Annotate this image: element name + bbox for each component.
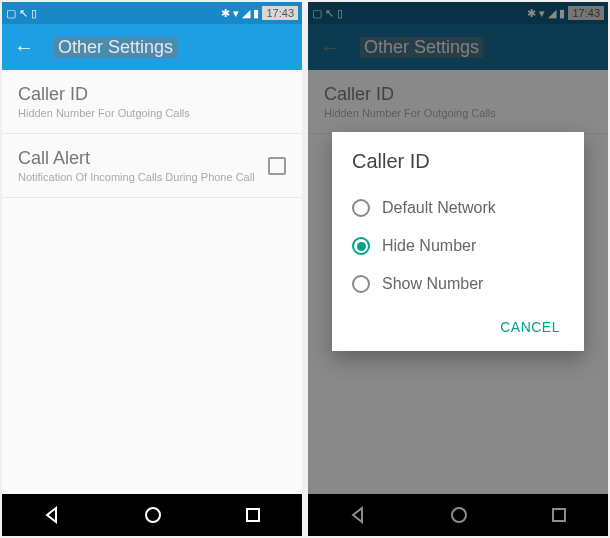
svg-point-0	[146, 508, 160, 522]
dialog-title: Caller ID	[352, 150, 564, 173]
wifi-icon: ▾	[233, 7, 239, 20]
settings-list: Caller ID Hidden Number For Outgoing Cal…	[2, 70, 302, 494]
radio-icon	[352, 237, 370, 255]
svg-rect-1	[247, 509, 259, 521]
caller-id-dialog: Caller ID Default Network Hide Number Sh…	[332, 132, 584, 351]
dialog-actions: CANCEL	[352, 303, 564, 341]
page-title: Other Settings	[54, 37, 177, 58]
radio-label: Show Number	[382, 275, 483, 293]
nav-recent-icon[interactable]	[244, 506, 262, 524]
app-bar: ← Other Settings	[2, 24, 302, 70]
nav-bar	[2, 494, 302, 536]
setting-title: Caller ID	[18, 84, 286, 105]
setting-subtitle: Hidden Number For Outgoing Calls	[18, 107, 286, 119]
checkbox[interactable]	[268, 157, 286, 175]
bluetooth-icon: ✱	[221, 7, 230, 20]
cancel-button[interactable]: CANCEL	[496, 313, 564, 341]
radio-icon	[352, 199, 370, 217]
setting-title: Call Alert	[18, 148, 268, 169]
nav-home-icon[interactable]	[143, 505, 163, 525]
status-bar: ▢ ↖ ▯ ✱ ▾ ◢ ▮ 17:43	[2, 2, 302, 24]
phone-screen-left: ▢ ↖ ▯ ✱ ▾ ◢ ▮ 17:43 ← Other Settings Cal…	[2, 2, 302, 536]
setting-subtitle: Notification Of Incoming Calls During Ph…	[18, 171, 268, 183]
setting-call-alert[interactable]: Call Alert Notification Of Incoming Call…	[2, 134, 302, 198]
radio-option-show[interactable]: Show Number	[352, 265, 564, 303]
radio-option-hide[interactable]: Hide Number	[352, 227, 564, 265]
setting-caller-id[interactable]: Caller ID Hidden Number For Outgoing Cal…	[2, 70, 302, 134]
radio-option-default[interactable]: Default Network	[352, 189, 564, 227]
device-icon: ▯	[31, 7, 37, 20]
nav-back-icon[interactable]	[42, 505, 62, 525]
phone-screen-right: ▢ ↖ ▯ ✱ ▾ ◢ ▮ 17:43 ← Other Settings Cal…	[308, 2, 608, 536]
battery-icon: ▮	[253, 7, 259, 20]
radio-icon	[352, 275, 370, 293]
clock: 17:43	[262, 6, 298, 20]
radio-label: Hide Number	[382, 237, 476, 255]
call-forward-icon: ↖	[19, 7, 28, 20]
signal-icon: ◢	[242, 7, 250, 20]
radio-label: Default Network	[382, 199, 496, 217]
back-arrow-icon[interactable]: ←	[14, 36, 34, 59]
image-icon: ▢	[6, 7, 16, 20]
